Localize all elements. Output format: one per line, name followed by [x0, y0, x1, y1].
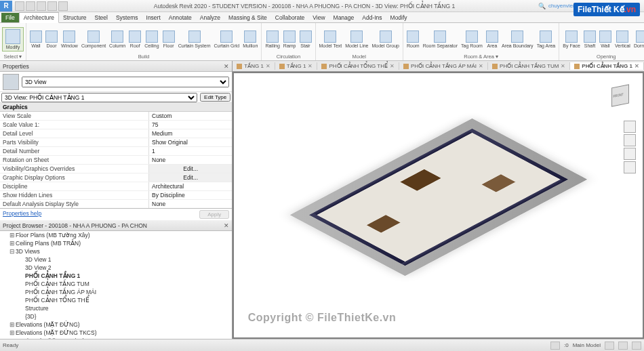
prop-row[interactable]: Detail Number1 [0, 147, 232, 156]
tree-item[interactable]: ⊞Elevations (MẶT ĐỨNG TKCS) [0, 329, 232, 337]
orbit-icon[interactable] [624, 161, 636, 173]
tab-manage[interactable]: Manage [329, 13, 359, 22]
tagarea-button[interactable]: Tag Area [536, 30, 557, 49]
area-button[interactable]: Area [485, 30, 500, 49]
select-links-icon[interactable] [618, 342, 628, 350]
tab-close-icon[interactable]: ✕ [561, 63, 565, 69]
tree-item[interactable]: PHỐI CẢNH TẦNG ÁP MÁI [0, 288, 232, 296]
select-pinned-icon[interactable] [632, 342, 641, 350]
tab-systems[interactable]: Systems [112, 13, 142, 22]
tree-item[interactable]: ⊟Sections (Building Section) [0, 337, 232, 339]
prop-row[interactable]: Graphic Display OptionsEdit... [0, 173, 232, 182]
view-tab[interactable]: PHỐI CẢNH TỔNG THỂ✕ [317, 62, 399, 70]
prop-row[interactable]: Show Hidden LinesBy Discipline [0, 191, 232, 200]
curtainsystem-button[interactable]: Curtain System [177, 30, 212, 49]
status-icon[interactable] [550, 342, 560, 350]
tab-close-icon[interactable]: ✕ [479, 63, 483, 69]
project-browser[interactable]: ⊞Floor Plans (MB Tường Xây)⊞Ceiling Plan… [0, 231, 232, 339]
tab-file[interactable]: File [1, 13, 19, 22]
tab-analyze[interactable]: Analyze [196, 13, 224, 22]
tree-item[interactable]: ⊞Floor Plans (MB Tường Xây) [0, 231, 232, 239]
qat-save-icon[interactable] [26, 1, 35, 11]
qat-undo-icon[interactable] [37, 1, 46, 11]
type-selector[interactable]: 3D View [22, 77, 229, 87]
search-icon[interactable]: 🔍 [538, 3, 546, 9]
byface-button[interactable]: By Face [561, 30, 582, 49]
tagroom-button[interactable]: Tag Room [460, 30, 484, 49]
tab-close-icon[interactable]: ✕ [635, 63, 639, 69]
view-tab[interactable]: PHỐI CẢNH TẦNG 1✕ [570, 62, 644, 70]
floor-button[interactable]: Floor [161, 30, 176, 49]
modeltext-button[interactable]: Model Text [318, 30, 344, 49]
areaboundary-button[interactable]: Area Boundary [500, 30, 535, 49]
prop-category[interactable]: Graphics [0, 103, 232, 112]
railing-button[interactable]: Railing [264, 30, 281, 49]
prop-row[interactable]: Scale Value 1:75 [0, 121, 232, 129]
edit-type-button[interactable]: Edit Type [200, 93, 230, 102]
properties-close-icon[interactable]: ✕ [224, 63, 229, 70]
door-button[interactable]: Door [44, 30, 59, 49]
view-tab[interactable]: TẦNG 1✕ [275, 62, 318, 70]
tree-item[interactable]: ⊞Ceiling Plans (MB TRẦN) [0, 239, 232, 247]
qat-redo-icon[interactable] [47, 1, 57, 11]
view-tab[interactable]: PHỐI CẢNH TẦNG TUM✕ [488, 62, 570, 70]
tab-structure[interactable]: Structure [59, 13, 91, 22]
tab-close-icon[interactable]: ✕ [266, 63, 270, 69]
filter-icon[interactable] [605, 342, 614, 350]
properties-grid[interactable]: GraphicsView ScaleCustomScale Value 1:75… [0, 103, 232, 209]
tree-item[interactable]: 3D View 2 [0, 264, 232, 272]
vertical-button[interactable]: Vertical [613, 30, 632, 49]
roof-button[interactable]: Roof [127, 30, 142, 49]
tab-annotate[interactable]: Annotate [165, 13, 196, 22]
tree-item[interactable]: PHỐI CẢNH TỔNG THỂ [0, 296, 232, 304]
prop-row[interactable]: Rotation on SheetNone [0, 156, 232, 165]
properties-help-link[interactable]: Properties help [3, 210, 41, 219]
component-button[interactable]: Component [80, 30, 107, 49]
tab-view[interactable]: View [308, 13, 329, 22]
prop-row[interactable]: DisciplineArchitectural [0, 182, 232, 191]
column-button[interactable]: Column [108, 30, 127, 49]
prop-row[interactable]: Visibility/Graphics OverridesEdit... [0, 165, 232, 173]
wall-button[interactable]: Wall [598, 30, 613, 49]
view-tab[interactable]: PHỐI CẢNH TẦNG ÁP MÁI✕ [399, 62, 488, 70]
browser-close-icon[interactable]: ✕ [224, 222, 229, 229]
wall-button[interactable]: Wall [28, 30, 43, 49]
modelgroup-button[interactable]: Model Group [371, 30, 401, 49]
tree-item[interactable]: PHỐI CẢNH TẦNG 1 [0, 272, 232, 280]
tab-architecture[interactable]: Architecture [19, 12, 59, 23]
qat-print-icon[interactable] [58, 1, 68, 11]
curtaingrid-button[interactable]: Curtain Grid [213, 30, 241, 49]
pan-icon[interactable] [624, 134, 636, 146]
tab-close-icon[interactable]: ✕ [308, 63, 313, 69]
apply-button[interactable]: Apply [199, 210, 229, 219]
tree-item[interactable]: Structure [0, 304, 232, 312]
ramp-button[interactable]: Ramp [282, 30, 298, 49]
tree-item[interactable]: 3D View 1 [0, 255, 232, 264]
viewcube[interactable] [603, 79, 637, 112]
mullion-button[interactable]: Mullion [241, 30, 259, 49]
modelline-button[interactable]: Model Line [344, 30, 369, 49]
stair-button[interactable]: Stair [298, 30, 313, 49]
tab-addins[interactable]: Add-Ins [358, 13, 386, 22]
steering-wheel-icon[interactable] [624, 121, 636, 133]
tree-item[interactable]: ⊟3D Views [0, 247, 232, 255]
qat-open-icon[interactable] [15, 1, 24, 11]
prop-row[interactable]: Default Analysis Display StyleNone [0, 200, 232, 209]
tab-modify[interactable]: Modify [386, 13, 411, 22]
tab-massingsite[interactable]: Massing & Site [224, 13, 271, 22]
ceiling-button[interactable]: Ceiling [143, 30, 160, 49]
instance-selector[interactable]: 3D View: PHỐI CẢNH TẦNG 1 [1, 93, 197, 102]
tree-item[interactable]: {3D} [0, 312, 232, 321]
prop-row[interactable]: Parts VisibilityShow Original [0, 138, 232, 147]
main-model-selector[interactable]: Main Model [573, 342, 601, 348]
prop-row[interactable]: Detail LevelMedium [0, 129, 232, 138]
view-tab[interactable]: TẦNG 1✕ [233, 62, 275, 70]
tree-item[interactable]: PHỐI CẢNH TẦNG TUM [0, 280, 232, 288]
tab-steel[interactable]: Steel [91, 13, 112, 22]
shaft-button[interactable]: Shaft [582, 30, 597, 49]
window-button[interactable]: Window [60, 30, 79, 49]
zoom-icon[interactable] [624, 148, 636, 160]
room-button[interactable]: Room [405, 30, 421, 49]
tab-collaborate[interactable]: Collaborate [271, 13, 308, 22]
prop-row[interactable]: View ScaleCustom [0, 112, 232, 121]
